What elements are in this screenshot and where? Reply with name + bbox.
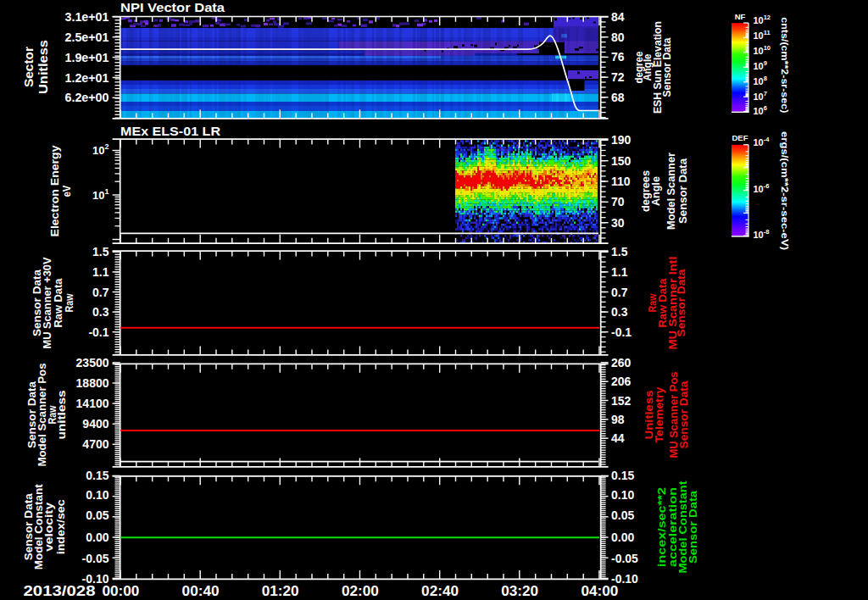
svg-text:unitless: unitless	[55, 391, 68, 440]
svg-text:velocity: velocity	[42, 502, 55, 552]
svg-text:03:20: 03:20	[501, 583, 538, 599]
svg-text:Unitless: Unitless	[643, 391, 655, 440]
svg-text:-0.05: -0.05	[611, 552, 638, 565]
svg-text:150: 150	[611, 154, 632, 168]
svg-text:72: 72	[611, 70, 625, 84]
svg-text:index/sec: index/sec	[54, 499, 67, 555]
svg-text:Model Scanner: Model Scanner	[665, 152, 677, 230]
svg-text:00:00: 00:00	[102, 583, 139, 599]
svg-text:02:40: 02:40	[421, 583, 459, 599]
svg-text:0.05: 0.05	[611, 508, 634, 522]
svg-text:260: 260	[611, 356, 632, 369]
svg-text:0.7: 0.7	[611, 286, 628, 299]
svg-text:110: 110	[611, 175, 631, 188]
svg-text:degree: degree	[632, 51, 645, 83]
svg-text:incex/sec**2: incex/sec**2	[655, 487, 668, 567]
svg-text:DEF: DEF	[732, 133, 748, 142]
svg-text:0.7: 0.7	[92, 286, 109, 299]
svg-text:0.05: 0.05	[86, 508, 108, 522]
svg-text:2.5e+01: 2.5e+01	[65, 31, 109, 44]
svg-text:9400: 9400	[82, 417, 108, 431]
svg-text:Raw: Raw	[646, 293, 659, 312]
svg-text:cnts/(cm**2-sr-sec): cnts/(cm**2-sr-sec)	[780, 17, 790, 113]
svg-text:NPI Vector Data: NPI Vector Data	[120, 1, 225, 14]
svg-text:80: 80	[611, 31, 625, 44]
svg-text:1.5: 1.5	[92, 245, 109, 258]
svg-text:Sensor Data: Sensor Data	[676, 158, 689, 224]
svg-text:NF: NF	[735, 12, 746, 21]
svg-text:44: 44	[611, 431, 625, 445]
svg-text:00:40: 00:40	[182, 583, 220, 599]
svg-text:3.1e+01: 3.1e+01	[65, 10, 109, 24]
svg-text:Unitless: Unitless	[36, 40, 50, 94]
svg-text:152: 152	[611, 394, 632, 408]
svg-text:1.2e+01: 1.2e+01	[65, 71, 109, 85]
svg-text:ergs/(cm**2-sr-sec-eV): ergs/(cm**2-sr-sec-eV)	[780, 131, 790, 250]
svg-text:206: 206	[611, 375, 632, 388]
svg-text:0.3: 0.3	[92, 305, 109, 319]
svg-text:98: 98	[611, 413, 625, 426]
svg-text:0.15: 0.15	[611, 469, 634, 482]
svg-text:6.2e+00: 6.2e+00	[65, 91, 109, 104]
svg-text:04:00: 04:00	[581, 583, 618, 599]
svg-text:01:20: 01:20	[262, 583, 299, 599]
svg-text:Raw: Raw	[63, 293, 75, 312]
svg-text:14100: 14100	[76, 397, 109, 410]
svg-text:0.00: 0.00	[86, 531, 108, 544]
svg-text:MEx ELS-01 LR: MEx ELS-01 LR	[120, 124, 220, 138]
svg-text:-0.1: -0.1	[611, 325, 632, 339]
svg-text:18800: 18800	[76, 376, 109, 390]
svg-text:0.00: 0.00	[611, 531, 634, 544]
svg-text:4700: 4700	[82, 437, 108, 451]
svg-text:-0.05: -0.05	[82, 552, 109, 565]
svg-text:02:00: 02:00	[342, 583, 379, 599]
svg-text:1.1: 1.1	[92, 265, 109, 279]
svg-text:70: 70	[611, 195, 625, 208]
svg-text:degrees: degrees	[639, 170, 652, 212]
svg-text:MU Scanner Pos: MU Scanner Pos	[667, 372, 680, 458]
svg-text:1.1: 1.1	[611, 265, 628, 279]
svg-text:23500: 23500	[76, 356, 109, 369]
svg-text:0.3: 0.3	[611, 305, 628, 319]
svg-text:1.9e+01: 1.9e+01	[65, 51, 109, 64]
svg-text:68: 68	[611, 91, 625, 104]
svg-text:0.10: 0.10	[86, 488, 108, 502]
svg-text:2013/028: 2013/028	[24, 583, 96, 599]
svg-text:1.5: 1.5	[611, 245, 628, 258]
svg-text:30: 30	[611, 216, 625, 230]
svg-text:0.15: 0.15	[86, 469, 108, 482]
svg-text:-0.1: -0.1	[88, 325, 108, 339]
svg-text:0.10: 0.10	[611, 488, 634, 502]
svg-text:eV: eV	[60, 186, 73, 197]
svg-text:190: 190	[611, 133, 632, 147]
svg-text:84: 84	[611, 10, 625, 24]
svg-text:Sector: Sector	[22, 47, 36, 87]
svg-text:76: 76	[611, 50, 625, 64]
